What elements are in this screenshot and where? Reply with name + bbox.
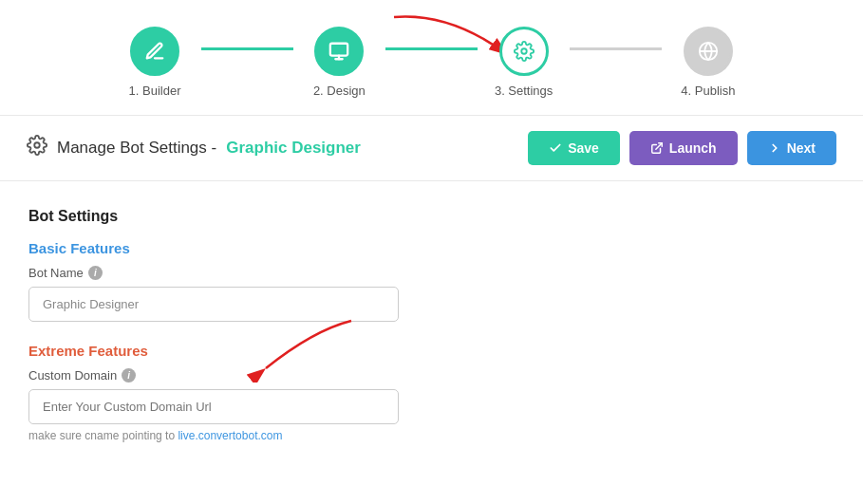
save-button[interactable]: Save: [528, 131, 620, 165]
step-circle-settings: [499, 27, 549, 76]
step-builder[interactable]: 1. Builder: [109, 27, 201, 98]
stepper-container: 1. Builder 2. Design 3. Settings: [0, 0, 863, 116]
connector-1-2: [201, 47, 293, 50]
bot-name-info-icon: i: [88, 266, 103, 280]
launch-button[interactable]: Launch: [629, 131, 738, 165]
basic-features-heading: Basic Features: [28, 240, 835, 256]
step-publish[interactable]: 4. Publish: [662, 27, 754, 98]
extreme-features-heading: Extreme Features: [28, 343, 835, 359]
extreme-features-section: Extreme Features Custom Domain i make su…: [28, 343, 835, 463]
custom-domain-input[interactable]: [28, 389, 399, 424]
hint-text: make sure cname pointing to live.convert…: [28, 429, 399, 442]
svg-rect-1: [330, 44, 347, 56]
main-content: Bot Settings Basic Features Bot Name i E…: [0, 181, 863, 482]
bot-name-label: Bot Name i: [28, 266, 835, 280]
step-label-builder: 1. Builder: [129, 84, 181, 98]
step-label-publish: 4. Publish: [681, 84, 735, 98]
step-label-settings: 3. Settings: [495, 84, 553, 98]
svg-point-7: [34, 142, 40, 148]
next-button[interactable]: Next: [747, 131, 836, 165]
custom-domain-info-icon: i: [122, 368, 136, 383]
header-bot-name: Graphic Designer: [226, 139, 361, 158]
custom-domain-field-group: Custom Domain i make sure cname pointing…: [28, 368, 399, 442]
header-bar: Manage Bot Settings - Graphic Designer S…: [0, 116, 863, 181]
svg-point-4: [521, 48, 527, 54]
header-buttons: Save Launch Next: [528, 131, 836, 165]
gear-icon: [27, 135, 47, 161]
bot-name-input[interactable]: [28, 287, 399, 322]
step-circle-design: [314, 27, 364, 76]
step-label-design: 2. Design: [313, 84, 366, 98]
step-design[interactable]: 2. Design: [293, 27, 385, 98]
step-settings[interactable]: 3. Settings: [478, 27, 570, 98]
step-circle-builder: [130, 27, 179, 76]
bot-name-field-group: Bot Name i: [28, 266, 835, 322]
section-title: Bot Settings: [28, 208, 835, 225]
custom-domain-label: Custom Domain i: [28, 368, 399, 383]
svg-line-8: [656, 143, 662, 149]
connector-2-3: [385, 47, 478, 50]
stepper: 1. Builder 2. Design 3. Settings: [109, 27, 755, 98]
step-circle-publish: [684, 27, 733, 76]
connector-3-4: [570, 47, 662, 50]
hint-link[interactable]: live.convertobot.com: [178, 429, 282, 442]
header-title: Manage Bot Settings -: [57, 139, 216, 158]
header-left: Manage Bot Settings - Graphic Designer: [27, 135, 361, 161]
